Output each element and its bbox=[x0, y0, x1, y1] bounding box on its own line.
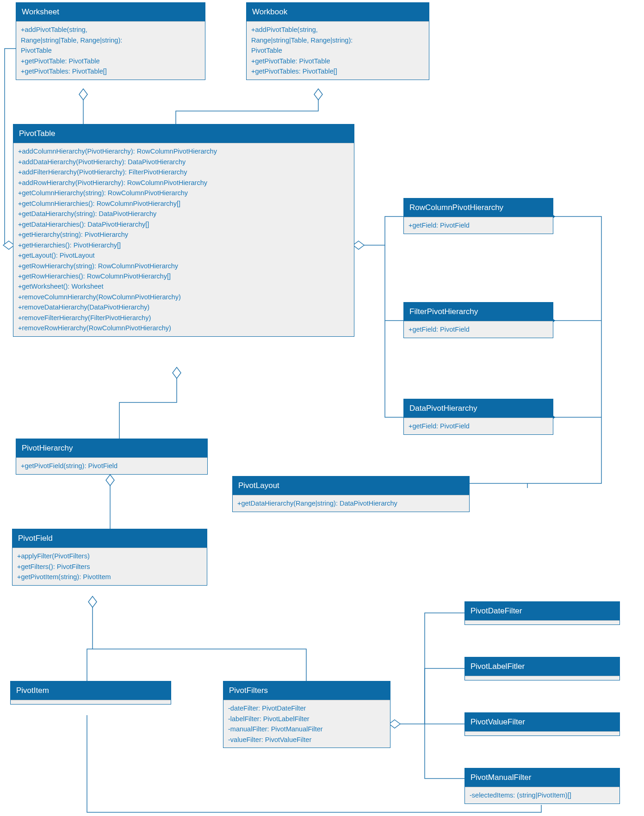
class-pivotdatefilter: PivotDateFilter bbox=[464, 601, 620, 625]
class-worksheet: Worksheet +addPivotTable(string, Range|s… bbox=[16, 2, 205, 80]
class-title: PivotDateFilter bbox=[465, 602, 619, 620]
class-body: +addPivotTable(string, Range|string|Tabl… bbox=[16, 21, 205, 79]
class-body bbox=[465, 676, 619, 680]
class-title: PivotField bbox=[12, 529, 207, 548]
class-title: PivotValueFilter bbox=[465, 713, 619, 731]
class-filterpivothierarchy: FilterPivotHierarchy +getField: PivotFie… bbox=[403, 302, 553, 338]
class-body bbox=[465, 731, 619, 736]
class-rowcolumnpivothierarchy: RowColumnPivotHierarchy +getField: Pivot… bbox=[403, 198, 553, 234]
class-title: PivotTable bbox=[13, 124, 354, 143]
class-body: +addPivotTable(string, Range|string|Tabl… bbox=[247, 21, 429, 79]
class-title: PivotItem bbox=[11, 681, 171, 700]
class-body bbox=[11, 700, 171, 704]
class-body: +addColumnHierarchy(PivotHierarchy): Row… bbox=[13, 143, 354, 336]
class-body: +getField: PivotField bbox=[404, 418, 553, 434]
class-body bbox=[465, 620, 619, 624]
class-pivothierarchy: PivotHierarchy +getPivotField(string): P… bbox=[16, 439, 208, 475]
class-body: -selectedItems: (string|PivotItem)[] bbox=[465, 787, 619, 803]
class-title: PivotLayout bbox=[233, 476, 469, 495]
class-title: PivotLabelFitler bbox=[465, 657, 619, 676]
class-pivotlayout: PivotLayout +getDataHierarchy(Range|stri… bbox=[232, 476, 470, 512]
class-pivotitem: PivotItem bbox=[10, 681, 171, 705]
class-body: -dateFilter: PivotDateFilter -labelFilte… bbox=[223, 700, 390, 748]
class-title: PivotFilters bbox=[223, 681, 390, 700]
class-pivotlabelfilter: PivotLabelFitler bbox=[464, 657, 620, 680]
class-pivotfilters: PivotFilters -dateFilter: PivotDateFilte… bbox=[223, 681, 390, 748]
class-pivotvaluefilter: PivotValueFilter bbox=[464, 712, 620, 736]
class-pivotfield: PivotField +applyFilter(PivotFilters) +g… bbox=[12, 529, 207, 586]
class-title: PivotHierarchy bbox=[16, 439, 207, 457]
class-body: +getField: PivotField bbox=[404, 321, 553, 337]
class-workbook: Workbook +addPivotTable(string, Range|st… bbox=[246, 2, 429, 80]
class-title: FilterPivotHierarchy bbox=[404, 303, 553, 321]
class-body: +applyFilter(PivotFilters) +getFilters()… bbox=[12, 548, 207, 585]
class-title: DataPivotHierarchy bbox=[404, 399, 553, 418]
class-title: Worksheet bbox=[16, 3, 205, 21]
class-title: Workbook bbox=[247, 3, 429, 21]
class-title: RowColumnPivotHierarchy bbox=[404, 198, 553, 217]
class-body: +getPivotField(string): PivotField bbox=[16, 457, 207, 474]
class-title: PivotManualFilter bbox=[465, 768, 619, 787]
class-datapivothierarchy: DataPivotHierarchy +getField: PivotField bbox=[403, 399, 553, 435]
class-body: +getField: PivotField bbox=[404, 217, 553, 233]
class-body: +getDataHierarchy(Range|string): DataPiv… bbox=[233, 495, 469, 511]
class-pivotmanualfilter: PivotManualFilter -selectedItems: (strin… bbox=[464, 768, 620, 804]
class-pivottable: PivotTable +addColumnHierarchy(PivotHier… bbox=[13, 124, 354, 337]
